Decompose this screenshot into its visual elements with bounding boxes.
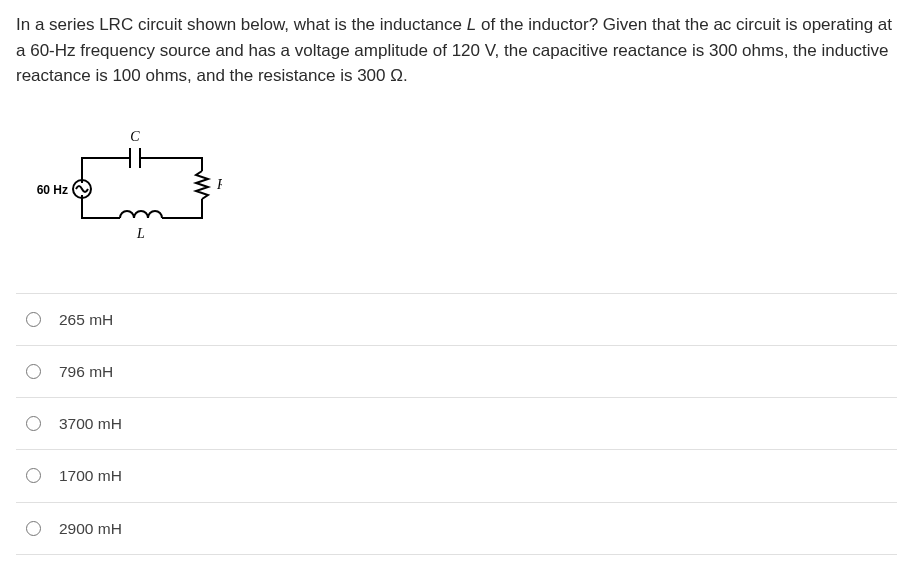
question-var-l: L bbox=[467, 15, 476, 34]
inductor-label: L bbox=[136, 226, 145, 241]
option-radio[interactable] bbox=[26, 416, 41, 431]
circuit-svg: C R L 60 Hz bbox=[22, 123, 222, 253]
resistor-label: R bbox=[216, 177, 222, 192]
question-text: In a series LRC circuit shown below, wha… bbox=[16, 12, 896, 89]
option-row[interactable]: 265 mH bbox=[16, 294, 897, 346]
options-list: 265 mH 796 mH 3700 mH 1700 mH 2900 mH bbox=[16, 293, 897, 555]
option-row[interactable]: 3700 mH bbox=[16, 398, 897, 450]
option-radio[interactable] bbox=[26, 312, 41, 327]
question-period: . bbox=[403, 66, 408, 85]
option-radio[interactable] bbox=[26, 521, 41, 536]
option-radio[interactable] bbox=[26, 364, 41, 379]
option-row[interactable]: 1700 mH bbox=[16, 450, 897, 502]
option-label: 2900 mH bbox=[59, 517, 122, 540]
capacitor-label: C bbox=[130, 129, 140, 144]
option-label: 3700 mH bbox=[59, 412, 122, 435]
question-intro: In a series LRC circuit shown below, wha… bbox=[16, 15, 467, 34]
circuit-diagram: C R L 60 Hz bbox=[16, 113, 897, 293]
option-row[interactable]: 2900 mH bbox=[16, 503, 897, 555]
option-label: 1700 mH bbox=[59, 464, 122, 487]
source-freq-label: 60 Hz bbox=[37, 183, 68, 197]
question-resistance: 300 Ω bbox=[357, 66, 403, 85]
option-label: 796 mH bbox=[59, 360, 113, 383]
option-radio[interactable] bbox=[26, 468, 41, 483]
option-row[interactable]: 796 mH bbox=[16, 346, 897, 398]
option-label: 265 mH bbox=[59, 308, 113, 331]
